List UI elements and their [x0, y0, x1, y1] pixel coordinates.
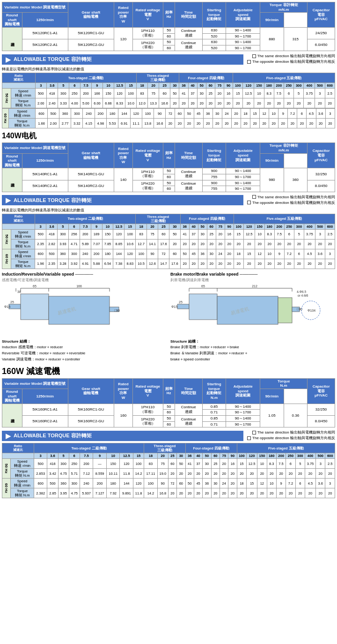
t60-21: 20: [250, 119, 260, 128]
s60-21: 15: [250, 109, 260, 119]
s60-5: 240: [83, 109, 95, 119]
time-continue-2: Continue連續: [175, 39, 202, 51]
speed-label-60-140: Speed轉速 r/min: [11, 249, 35, 259]
speed-90-1400-1: 90～1400: [226, 27, 260, 33]
s50-7: 150: [103, 89, 114, 98]
svg-text:65: 65: [33, 285, 37, 288]
frequency-header-160: 頻率Hz: [163, 378, 175, 404]
t50-23: 20: [264, 98, 274, 108]
t60-16: 20: [203, 119, 212, 128]
motor-140w-title: 140W电机: [2, 131, 335, 141]
motor-140w-table: Variable motor Model 調速電機型號 Gear shaft齒軸…: [2, 142, 335, 192]
t50-27: 20: [304, 98, 315, 108]
structure-text-induction: Structure 結構： Induction 感應電機：motor＋reduc…: [2, 339, 167, 363]
svg-rect-8: [9, 304, 21, 309]
torque-table-160w: Ratio減速比 Two-staged 二級傳動 Three-staged三級傳…: [2, 443, 335, 498]
r120: 120: [243, 83, 254, 89]
five-staged-header: Five-staged 五級傳動: [233, 73, 335, 83]
t50-10: 12.0: [137, 98, 148, 108]
motor-160w-table: Variable motor Model 調速電機型號 Gear shaft齒軸…: [2, 378, 335, 427]
torque-header-140: Torque 容許轉矩mN.m: [260, 143, 308, 153]
model-header: Variable motor Model 調速電機型號: [2, 2, 68, 13]
speed-label-60-120w: Speed轉速 r/min: [9, 109, 36, 119]
allowable-torque-140w: ▶ ALLOWABLE TORQUE 容許轉矩 The same directi…: [2, 194, 335, 269]
gear-shaft-header-140: Gear shaft齒軸電機: [68, 143, 114, 168]
time-header-160: Time時間定額: [175, 378, 202, 404]
s50-10: 83: [137, 89, 148, 98]
start-torque-520-2: 520: [202, 45, 226, 51]
ratio-header-140: Ratio減速比: [2, 214, 35, 224]
speed-160-90-1700: 90～1700: [226, 410, 260, 416]
t50-24: 20: [274, 98, 284, 108]
start-torque-140-900-1: 900: [202, 168, 226, 174]
t50-13: 20: [170, 98, 179, 108]
freq-60-2: 60: [163, 45, 175, 51]
torque-header: Torque 容許轉矩mN.m: [260, 2, 308, 13]
rated-voltage-header-140: Rated voltage電壓V: [133, 143, 163, 168]
s50-8: 120: [114, 89, 125, 98]
s60-13: 60: [175, 109, 184, 119]
t50-29: 20: [325, 98, 335, 108]
t60-29: 20: [325, 119, 335, 128]
speed-160-90-1700-2: 90～1700: [226, 421, 260, 427]
t60-13: 20: [175, 119, 184, 128]
same-dir-text: The same direction 輸出軸與電機旋轉方向相同: [257, 53, 335, 59]
opp-dir-text-140: The opposite direction 輸出軸與電機旋轉方向相反: [252, 200, 335, 205]
torque-140-1250: 980: [260, 168, 284, 192]
r400: 400: [304, 83, 315, 89]
t60-7: 5.53: [106, 119, 118, 128]
freq-140-60-1: 60: [163, 174, 175, 180]
speed-140-90-1400-2: 90～1400: [226, 180, 260, 186]
t60-17: 20: [212, 119, 222, 128]
torque-label-60-160: Torque轉矩 N.m: [11, 488, 34, 498]
r150: 150: [254, 83, 264, 89]
same-dir-checkbox-160: [252, 431, 256, 434]
s50-20: 15: [233, 89, 243, 98]
r600: 600: [325, 83, 335, 89]
t50-19: 20: [224, 98, 233, 108]
voltage-1ph220: 1PH220（單相）: [133, 39, 163, 51]
opp-dir-checkbox-140: [247, 201, 251, 204]
same-dir-text-160: The same direction 輸出軸與電機旋轉方向相同: [257, 430, 335, 435]
r6: 6: [69, 83, 80, 89]
r180: 180: [264, 83, 274, 89]
model-header-160: Variable motor Model 調速電機型號: [2, 378, 68, 389]
rated-power-120: 120: [114, 27, 132, 51]
three-staged-header: Three-staged三級傳動: [137, 73, 179, 83]
struct-variable: Variable 調速電機：motor＋reducer＋controller: [2, 357, 167, 363]
s60-2: 500: [47, 109, 59, 119]
t60-25: 20: [288, 119, 297, 128]
variable-label: 調速機: [2, 27, 22, 51]
t50-1: 2.00: [35, 98, 46, 108]
s50-22: 10: [254, 89, 264, 98]
speed-140-90-1700: 90～1700: [226, 174, 260, 180]
allowable-torque-160w: ▶ ALLOWABLE TORQUE 容許轉矩 The same directi…: [2, 429, 335, 498]
r10: 10: [103, 83, 114, 89]
speed-160-90-1400-2: 90～1400: [226, 416, 260, 422]
r15: 15: [125, 83, 137, 89]
capacitor-header: Capacitor電容µF/VAC: [308, 2, 335, 28]
rated-power-140: 140: [114, 168, 132, 192]
s60-25: 7.2: [288, 109, 297, 119]
t50-5: 5.00: [80, 98, 91, 108]
same-dir-checkbox-140: [252, 195, 256, 199]
rated-power-header-140: Rated power功率W: [114, 143, 132, 168]
rated-voltage-header-160: Rated voltage電壓V: [133, 378, 163, 404]
hz60-label-160: 60 Hz: [2, 479, 11, 498]
time-header-140: Time時間定額: [175, 143, 202, 168]
speed-90-1700-2: 90～1700: [226, 45, 260, 51]
three-staged-header-160: Three-staged三級傳動: [144, 443, 185, 453]
svg-text:65: 65: [201, 285, 205, 288]
structure-text-brake: Structure 結構： Brake 刹車電機：motor＋reducer＋b…: [170, 339, 335, 363]
t50-17: 20: [206, 98, 215, 108]
r60: 60: [206, 83, 215, 89]
variable-label-160: 調速機: [2, 404, 22, 427]
struct-induction: Induction 感應電機：motor＋reducer: [2, 344, 167, 351]
s60-24: 9: [278, 109, 288, 119]
rated-power-160: 160: [114, 404, 132, 427]
t60-8: 6.91: [118, 119, 130, 128]
s50-23: 8.3: [264, 89, 274, 98]
cap-6-450: 6.0/450: [308, 39, 335, 51]
s60-15: 45: [194, 109, 203, 119]
cap-24-250: 24/250: [308, 27, 335, 39]
